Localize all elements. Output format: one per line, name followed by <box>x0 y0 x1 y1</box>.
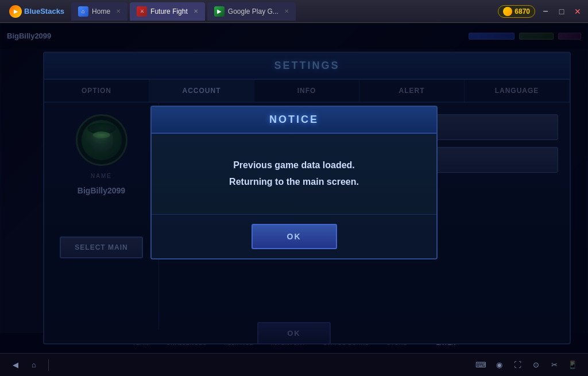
scissors-icon[interactable]: ✂ <box>548 359 560 371</box>
home-tab-icon: ⌂ <box>78 6 88 17</box>
coin-badge: 6870 <box>498 5 535 18</box>
tab-google-play[interactable]: ▶ Google Play G... ✕ <box>207 2 296 21</box>
tab-home-label: Home <box>92 7 110 15</box>
notice-title: NOTICE <box>269 114 319 125</box>
bs-toolbar: ◀ ⌂ ⌨ ◉ ⛶ ⊙ ✂ 📱 <box>0 353 588 376</box>
tab-game-label: Future Fight <box>150 7 188 15</box>
minimize-button[interactable]: − <box>540 6 551 17</box>
coin-icon <box>503 7 512 16</box>
close-button[interactable]: ✕ <box>572 6 583 17</box>
tab-store-label: Google Play G... <box>228 7 278 15</box>
tab-future-fight[interactable]: ⚔ Future Fight ✕ <box>130 2 205 21</box>
notice-footer: OK <box>152 214 436 258</box>
tab-home[interactable]: ⌂ Home ✕ <box>71 2 127 21</box>
notice-line2: Returning to the main screen. <box>229 174 359 191</box>
notice-body: Previous game data loaded. Returning to … <box>152 134 436 214</box>
toolbar-right-icons: ⌨ ◉ ⛶ ⊙ ✂ 📱 <box>474 359 579 371</box>
bluestacks-logo: ▶ BlueStacks <box>5 5 69 18</box>
notice-dialog: NOTICE Previous game data loaded. Return… <box>150 106 438 259</box>
keyboard-icon[interactable]: ⌨ <box>474 359 487 371</box>
phone-icon[interactable]: 📱 <box>566 359 579 371</box>
fullscreen-icon[interactable]: ⛶ <box>511 359 524 371</box>
eye-icon[interactable]: ◉ <box>493 359 505 371</box>
title-bar-right: 6870 − □ ✕ <box>498 5 583 18</box>
play-tab-icon: ▶ <box>214 6 225 17</box>
modal-overlay: NOTICE Previous game data loaded. Return… <box>0 23 588 376</box>
store-tab-close[interactable]: ✕ <box>284 8 289 14</box>
back-icon[interactable]: ◀ <box>9 359 22 371</box>
title-bar: ▶ BlueStacks ⌂ Home ✕ ⚔ Future Fight ✕ ▶… <box>0 0 588 23</box>
notice-line1: Previous game data loaded. <box>229 157 359 174</box>
home-tab-close[interactable]: ✕ <box>116 8 121 14</box>
notice-ok-button[interactable]: OK <box>252 224 337 249</box>
game-area: BigBilly2099 SETTINGS OPTION ACCOUNT INF… <box>0 23 588 376</box>
notice-title-bar: NOTICE <box>152 107 436 134</box>
notice-message: Previous game data loaded. Returning to … <box>229 157 359 191</box>
maximize-button[interactable]: □ <box>556 6 567 17</box>
coin-amount: 6870 <box>514 7 530 15</box>
game-tab-icon: ⚔ <box>137 6 147 17</box>
toolbar-separator <box>48 359 49 371</box>
logo-icon: ▶ <box>9 5 22 18</box>
game-tab-close[interactable]: ✕ <box>194 8 198 14</box>
home-icon[interactable]: ⌂ <box>28 359 40 371</box>
app-name: BlueStacks <box>24 7 64 15</box>
location-icon[interactable]: ⊙ <box>529 359 542 371</box>
